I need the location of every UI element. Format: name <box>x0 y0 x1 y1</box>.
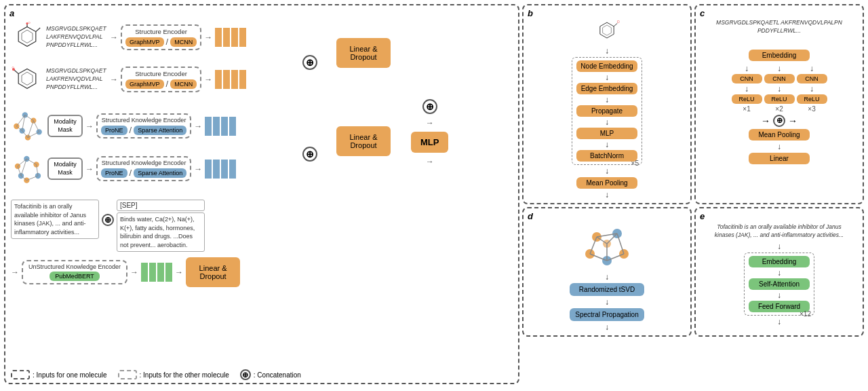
linear-dropout-2: Linear & Dropout <box>336 126 391 156</box>
panel-a-legend: : Inputs for one molecule : Inputs for t… <box>11 369 513 380</box>
panel-a: a O <box>4 4 519 384</box>
main-container: a O <box>0 0 868 391</box>
mlp-box: MLP <box>411 132 448 153</box>
svg-text:O: O <box>12 66 14 69</box>
unstruct-kg-encoder: UnStructured Knowledge Encoder PubMedBER… <box>22 260 127 284</box>
c-mean-pool: Mean Pooling <box>749 129 810 141</box>
feat-bars-text <box>141 263 172 282</box>
structure-encoder-1: Structure Encoder GraphMVP / MCNN <box>121 24 201 50</box>
panel-c: c MSGRVGDLSPKQAETL AKFRENVQDVLPALPN PDDY… <box>694 4 864 204</box>
graphmvp-1: GraphMVP <box>125 37 164 47</box>
c-cnn1: CNN <box>732 74 762 83</box>
svg-line-40 <box>614 23 617 26</box>
concat-circle-2: ⊕ <box>302 147 317 162</box>
svg-line-8 <box>14 70 18 74</box>
svg-line-32 <box>26 159 36 164</box>
feat-bars-kg1 <box>205 117 236 136</box>
feat-bars-1 <box>215 28 246 47</box>
panel-d-label: d <box>528 211 533 221</box>
c-relu2: ReLU <box>764 94 795 104</box>
b-edge-emb: Edge Embedding <box>576 83 637 94</box>
panel-b: b O ↓ Node Embedding ↓ Edge Embedding ↓ <box>522 4 692 204</box>
right-panels: b O ↓ Node Embedding ↓ Edge Embedding ↓ <box>522 4 864 384</box>
svg-point-11 <box>14 123 19 128</box>
struct-kg-encoder-1: Structured Knowledge Encoder ProNE / Spa… <box>96 113 191 138</box>
b-mean-pool: Mean Pooling <box>576 177 637 189</box>
b-mlp: MLP <box>576 128 637 139</box>
d-spectral: Spectral Propagation <box>570 308 644 321</box>
svg-marker-7 <box>22 72 33 85</box>
panel-e-text: Tofacitinib is an orally available inhib… <box>708 223 851 240</box>
panel-c-label: c <box>700 8 705 18</box>
modality-mask-2: Modality Mask <box>47 157 83 180</box>
panel-e: e Tofacitinib is an orally available inh… <box>694 207 864 337</box>
prone-2: ProNE <box>101 168 127 178</box>
panel-b-flow: ↓ Node Embedding ↓ Edge Embedding ↓ Prop… <box>528 47 686 199</box>
mol1-sequence: MSGRVGDLSPKQAET LAKFRENVQDVLPAL PNPDDYFL… <box>46 25 107 50</box>
c-linear: Linear <box>749 153 810 164</box>
linear-dropout-3: Linear & Dropout <box>186 257 240 287</box>
e-embedding: Embedding <box>749 256 810 267</box>
molecule-2-icon: O <box>11 63 43 96</box>
svg-line-2 <box>36 28 40 32</box>
mcnn-2: MCNN <box>170 79 197 89</box>
svg-line-21 <box>22 130 28 137</box>
d-rtsvd: Randomized tSVD <box>570 283 644 296</box>
panel-e-label: e <box>700 211 705 221</box>
c-cnn3: CNN <box>797 74 827 83</box>
prone-1: ProNE <box>101 126 127 135</box>
structure-encoder-2: Structure Encoder GraphMVP / MCNN <box>121 67 201 92</box>
text-block-1: Tofacitinib is an orally available inhib… <box>11 200 99 239</box>
panel-e-flow: ↓ Embedding ↓ Self-Attention ↓ Feed Forw… <box>700 240 859 326</box>
feat-bars-kg2 <box>205 160 236 179</box>
panel-c-flow: Embedding ↓ CNN ↓ ReLU ×1 ↓ CNN ↓ ReLU <box>700 37 859 164</box>
b-batchnorm: BatchNorm <box>576 150 637 162</box>
c-relu1: ReLU <box>732 94 762 104</box>
svg-line-18 <box>25 115 33 120</box>
concat-circle-final: ⊕ <box>422 99 437 114</box>
graphmvp-2: GraphMVP <box>125 79 164 89</box>
kg1-graph <box>11 109 45 143</box>
mcnn-1: MCNN <box>170 37 197 47</box>
pubmedbert: PubMedBERT <box>50 272 99 281</box>
panel-c-seq: MSGRVGDLSPKQAETL AKFRENVQDVLPALPN PDDYFL… <box>700 19 859 35</box>
svg-text:O: O <box>28 21 31 24</box>
sparse-att-2: Sparse Attention <box>134 168 186 178</box>
concat-circle-1: ⊕ <box>302 55 317 70</box>
linear-dropout-1: Linear & Dropout <box>336 38 391 68</box>
b-node-emb: Node Embedding <box>576 60 637 72</box>
text-block-2: Binds water, Ca(2+), Na(+), K(+), fatty … <box>117 212 205 252</box>
svg-marker-38 <box>600 22 614 38</box>
mol2-sequence: MSGRVGDLSPKQAET LAKFRENVQDVLPAL PNPDDYFL… <box>46 67 107 92</box>
svg-point-29 <box>24 177 29 183</box>
modality-mask-1: Modality Mask <box>47 115 83 137</box>
b-propagate: Propagate <box>576 105 637 117</box>
svg-marker-39 <box>603 25 612 35</box>
svg-marker-1 <box>22 30 33 43</box>
panel-a-label: a <box>9 8 14 18</box>
panel-d: d <box>522 207 692 337</box>
svg-text:O: O <box>617 20 620 24</box>
sparse-att-1: Sparse Attention <box>134 126 186 135</box>
panel-d-flow: ↓ Randomized tSVD ↓ Spectral Propagation… <box>528 273 686 331</box>
svg-marker-6 <box>18 69 36 88</box>
c-embedding: Embedding <box>749 50 810 61</box>
panel-b-mol-icon: O <box>593 19 620 43</box>
kg2-graph <box>11 152 45 186</box>
svg-line-19 <box>33 120 39 132</box>
c-relu3: ReLU <box>797 94 827 104</box>
struct-kg-encoder-2: Structured Knowledge Encoder ProNE / Spa… <box>96 156 191 181</box>
sep-label: [SEP] <box>117 200 205 211</box>
c-cnn2: CNN <box>764 74 795 83</box>
molecule-1-icon: O <box>11 21 43 54</box>
e-self-att: Self-Attention <box>749 278 810 290</box>
svg-marker-0 <box>18 26 36 46</box>
panel-b-label: b <box>528 8 533 18</box>
panel-d-graph-icon <box>583 223 631 267</box>
feat-bars-2 <box>215 70 246 89</box>
